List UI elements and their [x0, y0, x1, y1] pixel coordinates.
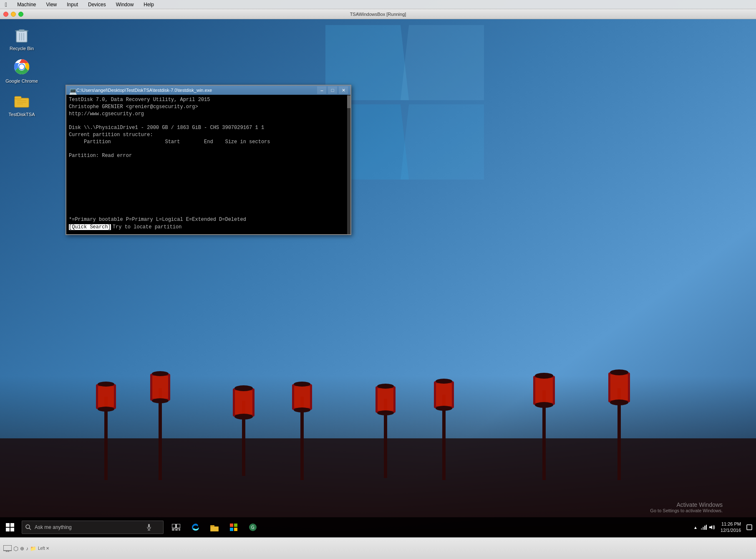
minimize-button[interactable]	[11, 12, 16, 17]
menu-machine[interactable]: Machine	[15, 1, 38, 8]
screen-icon-svg	[3, 545, 12, 552]
chrome-label: Google Chrome	[5, 78, 38, 84]
td-line-5: Disk \\.\PhysicalDrive1 - 2000 GB / 1863…	[69, 124, 348, 132]
unknown-app-button[interactable]: G	[244, 518, 262, 536]
vbox-titlebar: TSAWindowsBox [Running]	[0, 9, 756, 19]
td-line-2: Christophe GRENIER <grenier@cgsecurity.o…	[69, 104, 348, 111]
search-bar[interactable]	[22, 521, 164, 534]
td-line-1: TestDisk 7.0, Data Recovery Utility, Apr…	[69, 96, 348, 104]
testdisk-folder-icon	[12, 90, 32, 110]
notification-button[interactable]	[746, 524, 753, 531]
svg-rect-81	[230, 528, 233, 531]
start-button[interactable]	[0, 517, 20, 537]
svg-rect-73	[172, 529, 174, 531]
testdisk-window[interactable]: 💻 C:\Users\angel\Desktop\TestDiskTSA\tes…	[66, 85, 351, 235]
menu-view[interactable]: View	[44, 1, 58, 8]
testdisk-terminal: TestDisk 7.0, Data Recovery Utility, Apr…	[66, 95, 350, 234]
svg-marker-89	[709, 525, 712, 529]
traffic-lights	[3, 12, 23, 17]
activate-windows-title: Activate Windows	[650, 501, 723, 508]
clock-date: 12/1/2016	[721, 527, 741, 534]
volume-status-icon	[709, 525, 715, 530]
svg-point-66	[26, 525, 30, 529]
network-status-icon	[701, 525, 707, 530]
network-icon[interactable]	[701, 524, 707, 531]
activate-windows-watermark: Activate Windows Go to Settings to activ…	[650, 501, 723, 513]
chrome-icon	[12, 57, 32, 77]
td-cmd-selected[interactable]: [Quick Search]	[69, 224, 111, 230]
svg-rect-57	[15, 98, 29, 107]
vbox-statusbar: ⬡ ⊕ ♪ 📁 Left ✕	[0, 537, 756, 559]
edge-icon	[191, 523, 199, 531]
microphone-icon	[146, 524, 151, 531]
svg-rect-82	[234, 528, 237, 531]
td-line-6: Current partition structure:	[69, 132, 348, 139]
svg-rect-80	[234, 524, 237, 527]
vbox-usb-icon[interactable]: ⬡	[13, 545, 18, 552]
td-line-3: http://www.cgsecurity.org	[69, 111, 348, 118]
svg-rect-85	[701, 528, 702, 530]
td-line-9: Partition: Read error	[69, 152, 348, 159]
edge-icon-button[interactable]	[186, 518, 204, 536]
activate-windows-subtitle: Go to Settings to activate Windows.	[650, 508, 723, 513]
testdisk-window-title: C:\Users\angel\Desktop\TestDiskTSA\testd…	[76, 88, 315, 93]
cmd-icon: 💻	[69, 87, 75, 93]
search-input[interactable]	[35, 524, 143, 530]
svg-rect-91	[3, 545, 12, 551]
vbox-audio-icon[interactable]: ♪	[26, 546, 28, 551]
svg-line-67	[29, 528, 31, 530]
menu-input[interactable]: Input	[65, 1, 80, 8]
tray-overflow-button[interactable]: ▲	[692, 524, 699, 531]
scrollbar-thumb[interactable]	[347, 96, 350, 108]
taskbar: G ▲	[0, 517, 756, 537]
apple-menu[interactable]: 	[3, 0, 9, 9]
vbox-network-icon[interactable]: ⊕	[20, 546, 24, 551]
terminal-scrollbar[interactable]	[347, 95, 350, 234]
search-icon	[25, 524, 31, 530]
desktop-icon-chrome[interactable]: Google Chrome	[5, 57, 38, 84]
td-cmd-description: Try to locate partition	[113, 224, 182, 230]
td-line-4	[69, 117, 348, 124]
vbox-right-status: Left ✕	[38, 546, 49, 551]
vbox-status-text: Left ✕	[38, 546, 49, 551]
svg-rect-86	[703, 527, 704, 530]
system-tray: ▲	[692, 521, 756, 534]
task-view-icon	[172, 524, 180, 531]
menu-help[interactable]: Help	[142, 1, 156, 8]
svg-rect-58	[15, 96, 21, 99]
recycle-bin-label: Recycle Bin	[10, 46, 34, 51]
vbox-title: TSAWindowsBox [Running]	[350, 12, 406, 17]
menu-window[interactable]: Window	[114, 1, 136, 8]
close-window-button[interactable]: ✕	[339, 86, 348, 94]
taskbar-pinned-icons: G	[167, 518, 262, 536]
store-icon	[229, 523, 238, 531]
clock[interactable]: 11:26 PM 12/1/2016	[717, 521, 744, 534]
svg-rect-88	[706, 525, 707, 530]
windows-desktop: Recycle Bin Google Chrome	[0, 19, 756, 559]
minimize-window-button[interactable]: ‒	[317, 86, 326, 94]
svg-rect-87	[704, 526, 706, 530]
menu-devices[interactable]: Devices	[86, 1, 108, 8]
file-explorer-icon	[210, 523, 219, 531]
close-button[interactable]	[3, 12, 8, 17]
vbox-screen-icon[interactable]	[3, 545, 12, 552]
task-view-button[interactable]	[167, 518, 185, 536]
notification-icon	[746, 524, 752, 530]
svg-text:G: G	[251, 525, 255, 530]
recycle-bin-icon	[12, 24, 32, 44]
vbox-shared-folders-icon[interactable]: 📁	[30, 546, 36, 551]
svg-rect-90	[747, 525, 752, 530]
td-line-7: Partition Start End Size in sectors	[69, 139, 348, 146]
maximize-button[interactable]	[18, 12, 23, 17]
desktop-icon-recycle-bin[interactable]: Recycle Bin	[5, 24, 38, 51]
svg-rect-79	[230, 524, 233, 527]
file-explorer-button[interactable]	[205, 518, 224, 536]
td-line-8	[69, 146, 348, 153]
svg-rect-63	[10, 523, 14, 527]
mac-menubar:  Machine View Input Devices Window Help	[0, 0, 756, 9]
store-button[interactable]	[224, 518, 243, 536]
desktop-icon-testdisk[interactable]: TestDiskTSA	[5, 90, 38, 117]
volume-icon[interactable]	[709, 524, 716, 531]
svg-rect-72	[176, 524, 180, 528]
maximize-window-button[interactable]: □	[328, 86, 337, 94]
